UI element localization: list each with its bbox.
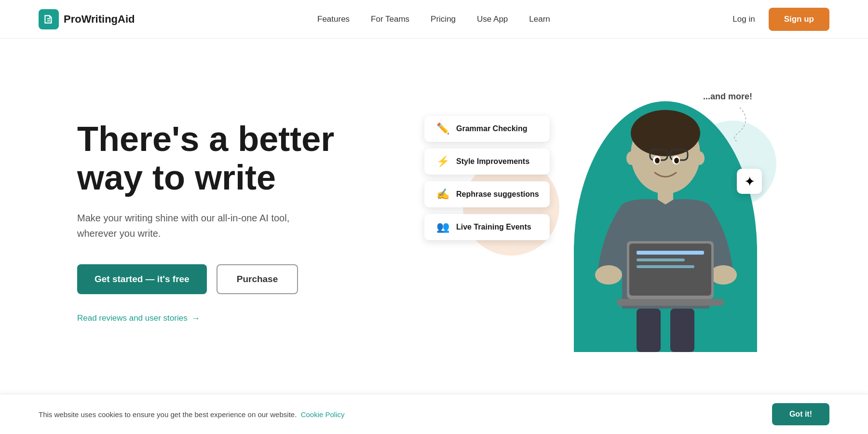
hero-right: ...and more! bbox=[424, 82, 791, 362]
svg-point-6 bbox=[695, 151, 705, 165]
feature-card-rephrase: ✍️ Rephrase suggestions bbox=[424, 181, 550, 207]
svg-rect-20 bbox=[637, 309, 661, 352]
hero-left: There's a better way to write Make your … bbox=[77, 120, 334, 323]
purchase-button[interactable]: Purchase bbox=[217, 264, 298, 294]
cookie-banner: This website uses cookies to ensure you … bbox=[0, 394, 868, 434]
reviews-link[interactable]: Read reviews and user stories → bbox=[77, 313, 334, 324]
logo-svg bbox=[42, 13, 55, 26]
hero-subtitle: Make your writing shine with our all-in-… bbox=[77, 210, 328, 241]
hero-title-line1: There's a better bbox=[77, 120, 334, 158]
cookie-policy-link[interactable]: Cookie Policy bbox=[301, 410, 345, 419]
svg-point-19 bbox=[674, 158, 679, 163]
rephrase-label: Rephrase suggestions bbox=[456, 190, 539, 199]
got-it-button[interactable]: Got it! bbox=[772, 403, 829, 425]
svg-rect-21 bbox=[670, 309, 694, 352]
nav-features[interactable]: Features bbox=[317, 14, 350, 24]
rephrase-icon: ✍️ bbox=[435, 188, 450, 201]
nav-for-teams[interactable]: For Teams bbox=[371, 14, 409, 24]
svg-rect-12 bbox=[617, 299, 723, 306]
sparkle-decoration: ✦ bbox=[737, 169, 762, 194]
get-started-button[interactable]: Get started — it's free bbox=[77, 264, 207, 294]
reviews-link-text: Read reviews and user stories bbox=[77, 313, 188, 323]
svg-rect-14 bbox=[637, 258, 685, 261]
feature-card-grammar: ✏️ Grammar Checking bbox=[424, 116, 550, 142]
navbar: ProWritingAid Features For Teams Pricing… bbox=[0, 0, 868, 39]
hero-section: There's a better way to write Make your … bbox=[0, 39, 868, 395]
feature-cards: ✏️ Grammar Checking ⚡ Style Improvements… bbox=[424, 116, 550, 240]
training-label: Live Training Events bbox=[456, 223, 531, 231]
login-link[interactable]: Log in bbox=[732, 14, 755, 24]
hero-buttons: Get started — it's free Purchase bbox=[77, 264, 334, 294]
svg-rect-13 bbox=[637, 251, 704, 255]
logo-icon bbox=[39, 9, 59, 29]
person-figure bbox=[583, 96, 747, 352]
svg-point-5 bbox=[626, 151, 636, 165]
hero-title-line2: way to write bbox=[77, 158, 276, 197]
style-label: Style Improvements bbox=[456, 157, 529, 166]
nav-actions: Log in Sign up bbox=[732, 8, 829, 31]
nav-use-app[interactable]: Use App bbox=[477, 14, 508, 24]
grammar-label: Grammar Checking bbox=[456, 124, 528, 133]
feature-card-training: 👥 Live Training Events bbox=[424, 214, 550, 240]
signup-button[interactable]: Sign up bbox=[769, 8, 829, 31]
person-svg bbox=[583, 96, 747, 352]
svg-point-8 bbox=[595, 265, 622, 285]
logo-link[interactable]: ProWritingAid bbox=[39, 9, 135, 29]
nav-learn[interactable]: Learn bbox=[529, 14, 550, 24]
hero-title: There's a better way to write bbox=[77, 120, 334, 196]
dotted-curve-decoration bbox=[725, 105, 754, 144]
nav-pricing[interactable]: Pricing bbox=[431, 14, 456, 24]
nav-links: Features For Teams Pricing Use App Learn bbox=[317, 14, 550, 24]
svg-rect-15 bbox=[637, 265, 694, 268]
brand-name: ProWritingAid bbox=[64, 13, 135, 26]
arrow-icon: → bbox=[191, 313, 200, 324]
style-icon: ⚡ bbox=[435, 155, 450, 168]
svg-point-9 bbox=[710, 265, 737, 285]
svg-point-18 bbox=[655, 158, 660, 163]
feature-card-style: ⚡ Style Improvements bbox=[424, 149, 550, 175]
and-more-label: ...and more! bbox=[703, 92, 752, 102]
cookie-text: This website uses cookies to ensure you … bbox=[39, 410, 345, 419]
grammar-icon: ✏️ bbox=[435, 122, 450, 135]
training-icon: 👥 bbox=[435, 221, 450, 233]
